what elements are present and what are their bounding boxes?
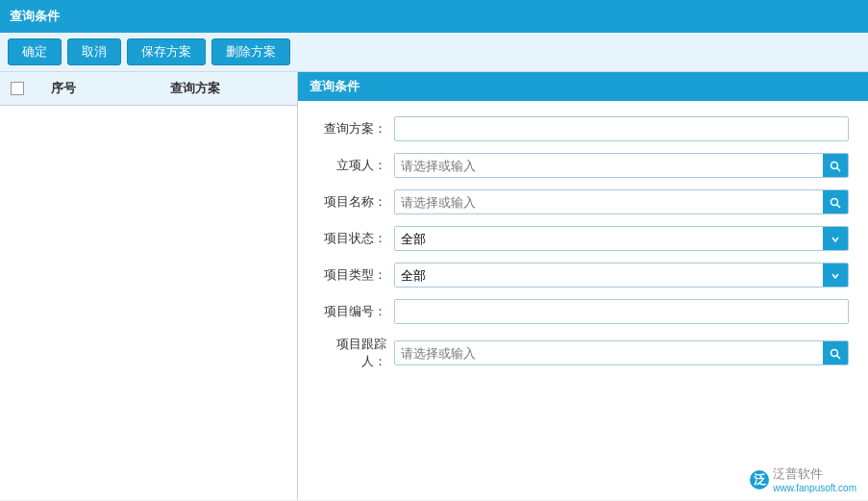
form-row-founder: 立项人： (317, 153, 849, 178)
select-project-type-container: 全部 (394, 263, 849, 288)
dropdown-project-status-button[interactable] (823, 227, 848, 251)
save-button[interactable]: 保存方案 (127, 38, 206, 65)
form-row-scheme: 查询方案： (317, 116, 849, 141)
label-project-status: 项目状态： (317, 230, 394, 247)
header-seq: 序号 (35, 78, 92, 99)
input-project-follower-container (394, 340, 849, 365)
svg-line-5 (837, 356, 841, 360)
watermark-url: www.fanpusoft.com (773, 483, 856, 493)
search-icon (830, 348, 841, 360)
form-row-project-type: 项目类型： 全部 (317, 263, 849, 288)
watermark-logo-icon: 泛 (750, 470, 769, 489)
title-bar: 查询条件 (0, 0, 868, 33)
watermark: 泛 泛普软件 www.fanpusoft.com (750, 465, 856, 493)
search-icon (830, 161, 841, 172)
svg-point-0 (831, 163, 838, 169)
label-project-follower: 项目跟踪人： (317, 336, 394, 370)
left-panel: 序号 查询方案 (0, 72, 298, 500)
search-project-name-button[interactable] (823, 190, 848, 214)
svg-line-3 (837, 205, 841, 209)
main-content: 序号 查询方案 查询条件 查询方案： 立项人： (0, 72, 868, 500)
toolbar: 确定 取消 保存方案 删除方案 (0, 33, 868, 72)
input-founder-container (394, 153, 849, 178)
right-panel: 查询条件 查询方案： 立项人： (298, 72, 868, 500)
form-row-project-no: 项目编号： (317, 299, 849, 324)
form-area: 查询方案： 立项人： 项目名称： (298, 101, 868, 397)
select-project-type[interactable]: 全部 (395, 263, 823, 287)
form-row-project-name: 项目名称： (317, 189, 849, 214)
select-project-status-container: 全部 (394, 226, 849, 251)
label-project-no: 项目编号： (317, 303, 394, 320)
svg-point-4 (831, 350, 838, 357)
input-project-no[interactable] (394, 299, 849, 324)
watermark-company: 泛普软件 (773, 466, 823, 481)
input-project-follower[interactable] (395, 341, 823, 364)
watermark-info: 泛普软件 www.fanpusoft.com (773, 465, 856, 493)
list-header: 序号 查询方案 (0, 72, 297, 106)
input-scheme[interactable] (394, 116, 849, 141)
header-name: 查询方案 (92, 78, 297, 99)
label-project-type: 项目类型： (317, 266, 394, 284)
right-panel-header: 查询条件 (298, 72, 868, 101)
chevron-down-icon (831, 235, 840, 244)
header-checkbox-cell (0, 78, 35, 99)
chevron-down-icon (831, 271, 840, 281)
input-founder[interactable] (395, 154, 823, 177)
select-all-checkbox[interactable] (11, 82, 24, 95)
delete-button[interactable]: 删除方案 (211, 38, 290, 65)
search-icon (830, 197, 841, 209)
confirm-button[interactable]: 确定 (8, 38, 62, 65)
watermark-icon-text: 泛 (754, 471, 766, 488)
search-project-follower-button[interactable] (823, 341, 848, 365)
select-project-status[interactable]: 全部 (395, 227, 823, 250)
svg-point-2 (831, 199, 838, 206)
input-project-name[interactable] (395, 190, 823, 213)
list-body (0, 106, 297, 113)
label-scheme: 查询方案： (317, 120, 394, 138)
input-project-name-container (394, 189, 849, 214)
search-founder-button[interactable] (823, 154, 848, 178)
svg-line-1 (837, 168, 841, 172)
dropdown-project-type-button[interactable] (823, 263, 848, 288)
label-project-name: 项目名称： (317, 193, 394, 211)
cancel-button[interactable]: 取消 (67, 38, 121, 65)
title-text: 查询条件 (10, 9, 60, 23)
form-row-project-status: 项目状态： 全部 (317, 226, 849, 251)
form-row-project-follower: 项目跟踪人： (317, 336, 849, 370)
label-founder: 立项人： (317, 157, 394, 174)
